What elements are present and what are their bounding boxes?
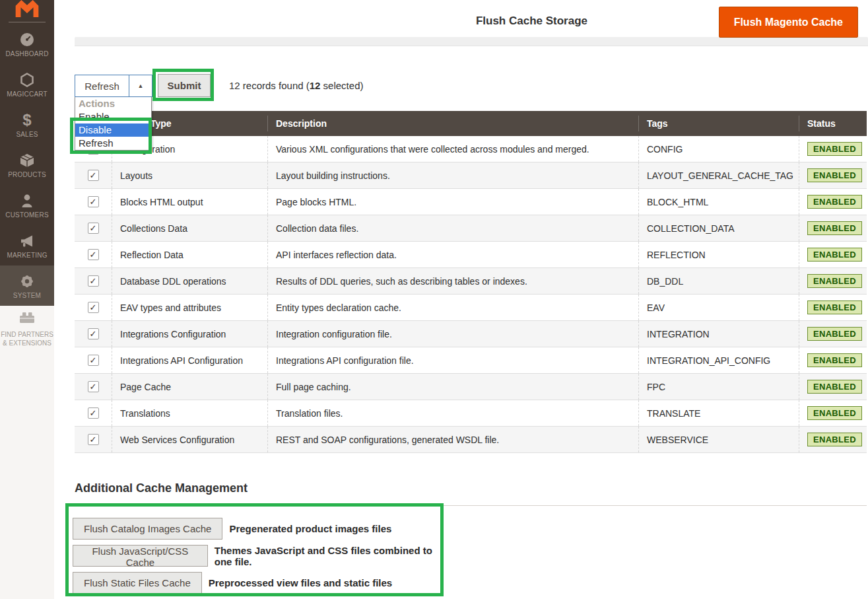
table-row: ✓ Page Cache Full page caching. FPC ENAB…	[75, 374, 867, 400]
row-checkbox[interactable]: ✓	[88, 170, 99, 181]
description-cell: Collection data files.	[267, 215, 638, 241]
status-badge: ENABLED	[807, 248, 862, 262]
status-badge: ENABLED	[807, 168, 862, 182]
sidebar-bottom-rail	[0, 306, 54, 599]
submit-button[interactable]: Submit	[158, 74, 211, 97]
status-cell: ENABLED	[799, 215, 867, 241]
row-checkbox[interactable]: ✓	[88, 434, 99, 445]
cache-type-cell: Translations	[112, 400, 267, 426]
row-checkbox-cell: ✓	[75, 242, 112, 267]
table-row: ✓ Web Services Configuration REST and SO…	[75, 427, 867, 453]
flush-cache-button[interactable]: Flush Static Files Cache	[73, 572, 202, 594]
table-row: ✓ Configuration Various XML configuratio…	[75, 136, 867, 162]
sidebar-item-system[interactable]: SYSTEM	[0, 265, 54, 306]
sidebar-item-dashboard[interactable]: DASHBOARD	[0, 24, 54, 64]
row-checkbox[interactable]: ✓	[88, 196, 99, 207]
megaphone-icon	[19, 232, 35, 250]
status-badge: ENABLED	[807, 353, 862, 367]
description-cell: Layout building instructions.	[267, 162, 638, 188]
status-badge: ENABLED	[807, 300, 862, 314]
mass-action-dropdown: Actions Enable Disable Refresh	[75, 97, 152, 151]
column-header-tags[interactable]: Tags	[638, 116, 799, 131]
flush-cache-button[interactable]: Flush Catalog Images Cache	[73, 518, 222, 540]
sidebar-item-marketing[interactable]: MARKETING	[0, 225, 54, 265]
flush-cache-description: Preprocessed view files and static files	[209, 577, 392, 588]
row-checkbox[interactable]: ✓	[88, 275, 99, 287]
description-cell: Full page caching.	[267, 374, 638, 400]
cache-grid: Cache Type Description Tags Status ✓ Con…	[75, 111, 867, 453]
additional-action-row: Flush Static Files Cache Preprocessed vi…	[73, 572, 442, 594]
mass-action-select[interactable]: Refresh ▲	[75, 75, 152, 97]
cache-type-cell: Web Services Configuration	[112, 427, 267, 452]
description-cell: REST and SOAP configurations, generated …	[267, 427, 638, 452]
row-checkbox-cell: ✓	[75, 374, 112, 400]
row-checkbox[interactable]: ✓	[88, 381, 99, 392]
status-cell: ENABLED	[799, 321, 867, 347]
section-divider	[75, 505, 867, 506]
cache-type-cell: Collections Data	[112, 215, 267, 241]
sidebar-item-label: SALES	[16, 131, 38, 138]
records-text-suffix: selected)	[320, 80, 363, 91]
gear-icon	[19, 273, 35, 290]
sidebar-item-products[interactable]: PRODUCTS	[0, 145, 54, 185]
sidebar-item-find-partners[interactable]: FIND PARTNERS & EXTENSIONS	[0, 309, 54, 347]
cache-type-cell: Database DDL operations	[112, 268, 267, 294]
status-cell: ENABLED	[799, 400, 867, 426]
row-checkbox-cell: ✓	[75, 321, 112, 347]
sidebar-item-label: PRODUCTS	[8, 171, 46, 178]
sidebar-item-label: CUSTOMERS	[5, 211, 49, 219]
row-checkbox-cell: ✓	[75, 215, 112, 241]
admin-sidebar: DASHBOARD MAGICCART $ SALES PRODUCTS CUS…	[0, 0, 54, 306]
sidebar-item-customers[interactable]: CUSTOMERS	[0, 185, 54, 225]
grid-header-row: Cache Type Description Tags Status	[75, 111, 867, 136]
description-cell: Various XML configurations that were col…	[267, 136, 638, 162]
status-cell: ENABLED	[799, 242, 867, 267]
flush-cache-button[interactable]: Flush JavaScript/CSS Cache	[73, 545, 208, 567]
row-checkbox-cell: ✓	[75, 189, 112, 215]
dashboard-icon	[19, 31, 35, 48]
status-cell: ENABLED	[799, 374, 867, 400]
description-cell: Translation files.	[267, 400, 638, 426]
tags-cell: INTEGRATION	[638, 321, 799, 347]
row-checkbox[interactable]: ✓	[88, 328, 99, 339]
status-badge: ENABLED	[807, 195, 862, 209]
box-icon	[19, 152, 35, 169]
cache-type-cell: EAV types and attributes	[112, 295, 267, 320]
row-checkbox[interactable]: ✓	[88, 223, 99, 234]
additional-action-row: Flush JavaScript/CSS Cache Themes JavaSc…	[73, 545, 442, 567]
magento-logo[interactable]	[0, 0, 54, 22]
tags-cell: REFLECTION	[638, 242, 799, 267]
column-header-status[interactable]: Status	[799, 116, 867, 131]
flush-magento-cache-button[interactable]: Flush Magento Cache	[719, 7, 858, 38]
table-row: ✓ Integrations Configuration Integration…	[75, 321, 867, 347]
row-checkbox[interactable]: ✓	[88, 355, 99, 366]
dropdown-option-enable[interactable]: Enable	[75, 110, 151, 123]
description-cell: Results of DDL queries, such as describi…	[267, 268, 638, 294]
dropdown-option-disable[interactable]: Disable	[75, 123, 151, 137]
table-row: ✓ Reflection Data API interfaces reflect…	[75, 242, 867, 268]
sidebar-item-label: MAGICCART	[7, 90, 48, 98]
tags-cell: INTEGRATION_API_CONFIG	[638, 347, 799, 373]
status-badge: ENABLED	[807, 406, 862, 420]
records-selected-count: 12	[310, 80, 321, 91]
additional-action-row: Flush Catalog Images Cache Pregenerated …	[73, 518, 442, 540]
column-header-description[interactable]: Description	[267, 116, 638, 131]
row-checkbox[interactable]: ✓	[88, 407, 99, 419]
sidebar-item-magiccart[interactable]: MAGICCART	[0, 64, 54, 104]
dropdown-option-refresh[interactable]: Refresh	[75, 137, 151, 150]
description-cell: Integration configuration file.	[267, 321, 638, 347]
tags-cell: COLLECTION_DATA	[638, 215, 799, 241]
status-cell: ENABLED	[799, 347, 867, 373]
sidebar-divider	[9, 22, 46, 22]
find-partners-label-line2: & EXTENSIONS	[0, 339, 54, 347]
flush-cache-storage-button[interactable]: Flush Cache Storage	[476, 15, 587, 28]
cache-type-cell: Integrations Configuration	[112, 321, 267, 347]
description-cell: Entity types declaration cache.	[267, 295, 638, 320]
sidebar-item-sales[interactable]: $ SALES	[0, 104, 54, 145]
chevron-up-icon[interactable]: ▲	[129, 75, 152, 96]
row-checkbox[interactable]: ✓	[88, 302, 99, 313]
row-checkbox[interactable]: ✓	[88, 249, 99, 260]
sidebar-item-label: MARKETING	[7, 252, 47, 259]
status-cell: ENABLED	[799, 162, 867, 188]
find-partners-label-line1: FIND PARTNERS	[0, 330, 54, 339]
